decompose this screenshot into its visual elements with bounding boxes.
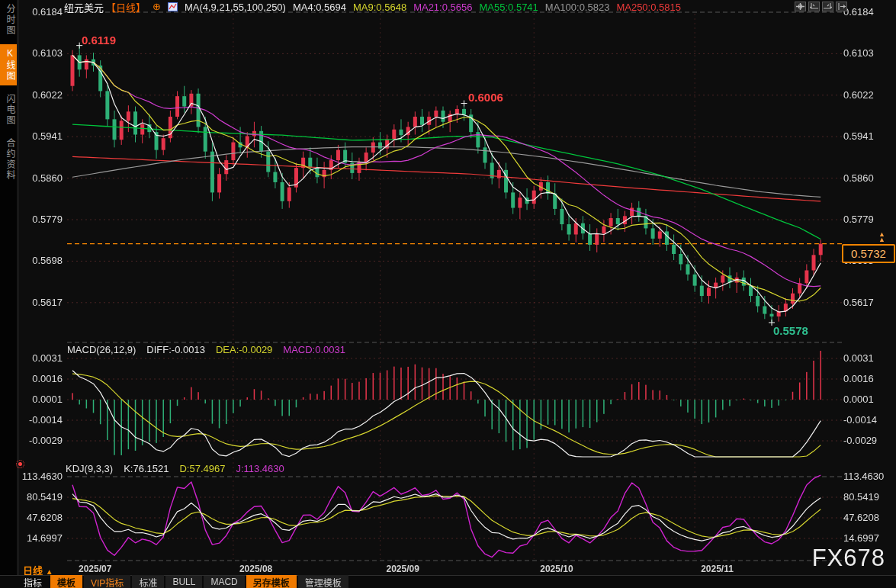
sidebar: 分时图 K线图 闪电图 合约资料 <box>0 0 17 576</box>
ma4-value: MA4:0.5694 <box>293 2 346 13</box>
collapse-right-panel-icon[interactable] <box>836 2 847 11</box>
chart-header: 纽元美元 【日线】 ⊕ MA(4,9,21,55,100,250) MA4:0.… <box>64 1 681 13</box>
marked-high-label: 0.6119 <box>82 34 116 47</box>
toolbar-tab-standard[interactable]: 标准 <box>132 575 164 588</box>
ma21-value: MA21:0.5656 <box>413 2 472 13</box>
sidebar-tab-kline[interactable]: K线图 <box>0 44 17 85</box>
period-label: 【日线】 <box>106 0 146 14</box>
current-price-tag: 0.5732 <box>842 244 895 263</box>
macd-dea-value: DEA:-0.0029 <box>216 344 272 355</box>
sidebar-tab-timeline[interactable]: 分时图 <box>0 0 17 40</box>
ma-group-label: MA(4,9,21,55,100,250) <box>185 2 286 13</box>
axis-scale-right-icon[interactable] <box>822 2 833 11</box>
alarm-icon[interactable] <box>16 460 24 468</box>
symbol-name: 纽元美元 <box>64 0 104 14</box>
toolbar-tab-indicators[interactable]: 指标 <box>17 575 49 588</box>
toolbar-tab-save-template[interactable]: 另存模板 <box>246 575 297 588</box>
sidebar-divider <box>17 0 19 576</box>
kdj-k-value: K:76.1521 <box>124 463 169 474</box>
kdj-title: KDJ(9,3,3) <box>66 463 113 474</box>
chart-canvas[interactable] <box>0 0 896 588</box>
marked-high2-label: 0.6006 <box>468 91 503 104</box>
ma55-value: MA55:0.5741 <box>479 2 538 13</box>
chart-type-icon[interactable] <box>168 2 178 11</box>
macd-diff-value: DIFF:-0.0013 <box>146 344 205 355</box>
toolbar-tab-vip-indicators[interactable]: VIP指标 <box>84 575 130 588</box>
kdj-j-value: J:113.4630 <box>236 463 284 474</box>
bottom-toolbar: 指标 模板 VIP指标 标准 BULL MACD 另存模板 管理模板 <box>0 575 896 588</box>
marked-low-label: 0.5578 <box>773 324 808 337</box>
watermark: FX678 <box>812 545 885 572</box>
price-marker-arrow-icon: ▲▲ <box>878 232 885 243</box>
sidebar-tab-flash[interactable]: 闪电图 <box>0 90 17 130</box>
kdj-d-value: D:57.4967 <box>179 463 225 474</box>
kdj-panel-header: KDJ(9,3,3) K:76.1521 D:57.4967 J:113.463… <box>66 463 284 474</box>
macd-title: MACD(26,12,9) <box>67 344 136 355</box>
add-indicator-icon[interactable]: ⊕ <box>153 2 161 11</box>
window-controls <box>795 2 847 11</box>
toolbar-tab-templates[interactable]: 模板 <box>50 575 82 588</box>
toolbar-tab-manage-templates[interactable]: 管理模板 <box>298 575 348 588</box>
toolbar-tab-macd[interactable]: MACD <box>204 576 244 588</box>
toolbar-tab-bull[interactable]: BULL <box>165 576 202 588</box>
macd-panel-header: MACD(26,12,9) DIFF:-0.0013 DEA:-0.0029 M… <box>67 344 345 355</box>
sidebar-tab-contract-info[interactable]: 合约资料 <box>0 134 17 185</box>
ma250-value: MA250:0.5815 <box>616 2 681 13</box>
trading-app: 分时图 K线图 闪电图 合约资料 纽元美元 【日线】 ⊕ MA(4,9,21,5… <box>0 0 896 588</box>
axis-scale-left-icon[interactable] <box>808 2 820 11</box>
macd-macd-value: MACD:0.0031 <box>283 344 345 355</box>
arrange-panels-icon[interactable] <box>795 2 806 11</box>
ma100-value: MA100:0.5823 <box>545 2 610 13</box>
ma9-value: MA9:0.5648 <box>353 2 406 13</box>
